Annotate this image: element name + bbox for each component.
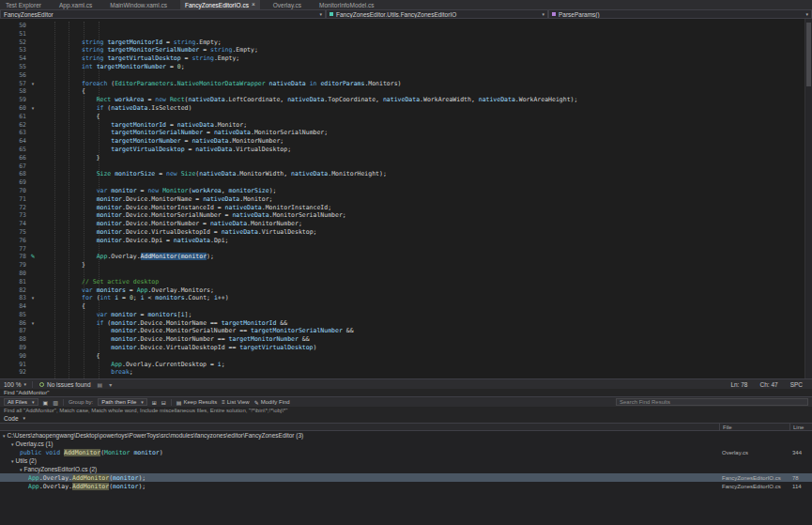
code-line[interactable]: 85 var monitor = monitors[i]; xyxy=(0,311,812,319)
line-number: 73 xyxy=(0,211,28,220)
fold-chevron-icon[interactable]: ▾ xyxy=(28,319,38,328)
code-line[interactable]: 59 Rect workArea = new Rect(nativeData.L… xyxy=(0,96,812,104)
files-filter-dropdown[interactable]: All Files ▾ xyxy=(4,398,38,406)
code-line[interactable]: 76 monitor.Device.Dpi = nativeData.Dpi; xyxy=(0,237,812,245)
modify-find-button[interactable]: ✎ Modify Find xyxy=(254,399,290,406)
line-number: 82 xyxy=(0,286,28,295)
group-label: Overlay.cs (1) xyxy=(16,440,54,447)
zoom-control[interactable]: 100 % ▾ xyxy=(4,381,33,388)
tree-chevron-icon[interactable]: ▾ xyxy=(11,458,14,464)
collapse-all-icon[interactable]: ⊟ xyxy=(161,399,166,406)
code-line[interactable]: 78✎ App.Overlay.AddMonitor(monitor); xyxy=(0,253,812,261)
header-results-column[interactable] xyxy=(0,424,719,430)
result-row[interactable]: App.Overlay.AddMonitor(monitor);FancyZon… xyxy=(0,473,812,482)
result-row[interactable]: public void AddMonitor(Monitor monitor)O… xyxy=(0,448,812,456)
code-line[interactable]: 75 monitor.Device.VirtualDesktopId = nat… xyxy=(0,228,812,237)
tab-test-explorer[interactable]: Test Explorer xyxy=(1,0,46,9)
code-line[interactable]: 50 xyxy=(0,22,812,30)
code-line[interactable]: 87 monitor.Device.MonitorSerialNumber ==… xyxy=(0,327,812,335)
code-line[interactable]: 74 monitor.Device.MonitorNumber = native… xyxy=(0,220,812,228)
tab-mainwindow-xaml-cs[interactable]: MainWindow.xaml.cs xyxy=(105,0,172,9)
member-dropdown[interactable]: ParseParams() ▾ xyxy=(548,9,812,19)
code-line[interactable]: 66 } xyxy=(0,154,812,162)
tab-overlay-cs[interactable]: Overlay.cs xyxy=(268,0,306,9)
result-file xyxy=(719,431,789,440)
code-line[interactable]: 63 targetMonitorSerialNumber = nativeDat… xyxy=(0,129,812,137)
code-cleanup-icon[interactable]: ▤ xyxy=(98,381,103,388)
code-line[interactable]: 68 Size monitorSize = new Size(nativeDat… xyxy=(0,170,812,178)
code-line[interactable]: 88 monitor.Device.MonitorNumber == targe… xyxy=(0,335,812,344)
options-icon[interactable]: ▥ xyxy=(53,399,58,406)
code-line[interactable]: 56 xyxy=(0,71,812,80)
chevron-down-icon: ▾ xyxy=(23,382,26,387)
code-line[interactable]: 53 string targetMonitorSerialNumber = st… xyxy=(0,46,812,54)
code-line[interactable]: 80 xyxy=(0,270,812,278)
header-file-column[interactable]: File xyxy=(719,424,789,430)
expand-all-icon[interactable]: ⊞ xyxy=(152,399,157,406)
fold-chevron-icon[interactable]: ▾ xyxy=(28,294,38,302)
gutter-cell xyxy=(28,187,38,195)
close-icon[interactable]: × xyxy=(252,2,255,8)
code-editor[interactable]: 505152 string targetMonitorId = string.E… xyxy=(0,19,812,378)
editor-scrollbar[interactable] xyxy=(804,19,812,378)
code-line[interactable]: 79 } xyxy=(0,261,812,270)
code-text: monitor.Device.VirtualDesktopId = native… xyxy=(38,228,812,237)
keep-results-toggle[interactable]: ▤ Keep Results xyxy=(176,399,217,406)
tab-fancyzoneseditorio-cs[interactable]: FancyZonesEditorIO.cs× xyxy=(180,0,260,9)
code-filter-dropdown[interactable]: Code ▾ xyxy=(0,414,812,423)
list-view-toggle[interactable]: ≡ List View xyxy=(222,399,249,405)
code-line[interactable]: 86▾ if (monitor.Device.MonitorName == ta… xyxy=(0,319,812,328)
code-line[interactable]: 61 { xyxy=(0,113,812,121)
result-group-row[interactable]: ▾Utils (2) xyxy=(0,456,812,465)
type-dropdown[interactable]: FancyZonesEditor.Utils.FancyZonesEditorI… xyxy=(326,9,548,19)
tree-chevron-icon[interactable]: ▾ xyxy=(20,467,23,472)
tree-chevron-icon[interactable]: ▾ xyxy=(11,441,14,447)
code-line[interactable]: 91 App.Overlay.CurrentDesktop = i; xyxy=(0,361,812,369)
code-line[interactable]: 83▾ for (int i = 0; i < monitors.Count; … xyxy=(0,294,812,302)
fold-chevron-icon[interactable]: ▾ xyxy=(28,80,38,88)
code-line[interactable]: 62 targetMonitorId = nativeData.Monitor; xyxy=(0,121,812,130)
code-line[interactable]: 89 monitor.Device.VirtualDesktopId == ta… xyxy=(0,344,812,352)
result-group-row[interactable]: ▾FancyZonesEditorIO.cs (2) xyxy=(0,465,812,473)
code-line[interactable]: 92 break; xyxy=(0,368,812,377)
chevron-down-icon[interactable]: ▾ xyxy=(109,381,112,388)
line-number: 58 xyxy=(0,87,28,96)
code-line[interactable]: 73 monitor.Device.MonitorSerialNumber = … xyxy=(0,211,812,220)
code-line[interactable]: 58 { xyxy=(0,87,812,96)
code-line[interactable]: 65 targetVirtualDesktop = nativeData.Vir… xyxy=(0,146,812,154)
tab-app-xaml-cs[interactable]: App.xaml.cs xyxy=(54,0,97,9)
result-group-row[interactable]: ▾C:\Users\zhaopengwang\Desktop\powertoys… xyxy=(0,431,812,440)
code-line[interactable]: 60▾ if (nativeData.IsSelected) xyxy=(0,104,812,113)
code-line[interactable]: 82 var monitors = App.Overlay.Monitors; xyxy=(0,286,812,295)
code-line[interactable]: 77 xyxy=(0,245,812,254)
code-line[interactable]: 71 monitor.Device.MonitorName = nativeDa… xyxy=(0,195,812,204)
code-line[interactable]: 69 xyxy=(0,178,812,187)
copy-icon[interactable]: ▣ xyxy=(43,399,49,406)
code-line[interactable]: 57▾ foreach (EditorParameters.NativeMoni… xyxy=(0,80,812,88)
fold-chevron-icon[interactable]: ▾ xyxy=(28,104,38,113)
scrollbar-thumb[interactable] xyxy=(806,23,811,86)
search-find-results-input[interactable] xyxy=(616,398,808,406)
code-line[interactable]: 51 xyxy=(0,30,812,39)
code-line[interactable]: 52 string targetMonitorId = string.Empty… xyxy=(0,39,812,47)
header-line-column[interactable]: Line xyxy=(789,424,812,430)
result-row[interactable]: App.Overlay.AddMonitor(monitor);FancyZon… xyxy=(0,482,812,490)
group-by-dropdown[interactable]: Path then File ▾ xyxy=(98,398,147,406)
code-line[interactable]: 67 xyxy=(0,162,812,171)
code-line[interactable]: 55 int targetMonitorNumber = 0; xyxy=(0,63,812,71)
member-dropdown-value: ParseParams() xyxy=(559,11,600,18)
health-indicator[interactable]: No issues found xyxy=(39,381,91,388)
tab-monitorinfomodel-cs[interactable]: MonitorInfoModel.cs xyxy=(314,0,379,9)
code-line[interactable]: 54 string targetVirtualDesktop = string.… xyxy=(0,54,812,63)
code-line[interactable]: 64 targetMonitorNumber = nativeData.Moni… xyxy=(0,137,812,146)
code-line[interactable]: 70 var monitor = new Monitor(workArea, m… xyxy=(0,187,812,195)
code-line[interactable]: 81 // Set active desktop xyxy=(0,278,812,286)
code-line[interactable]: 84 { xyxy=(0,302,812,311)
code-line[interactable]: 72 monitor.Device.MonitorInstanceId = na… xyxy=(0,204,812,212)
code-filter-label: Code xyxy=(4,415,19,422)
match-preview: App.Overlay.AddMonitor(monitor); xyxy=(28,474,146,482)
code-line[interactable]: 90 { xyxy=(0,352,812,361)
project-dropdown[interactable]: FancyZonesEditor ▾ xyxy=(0,9,326,19)
result-group-row[interactable]: ▾Overlay.cs (1) xyxy=(0,440,812,448)
tree-chevron-icon[interactable]: ▾ xyxy=(3,433,6,439)
